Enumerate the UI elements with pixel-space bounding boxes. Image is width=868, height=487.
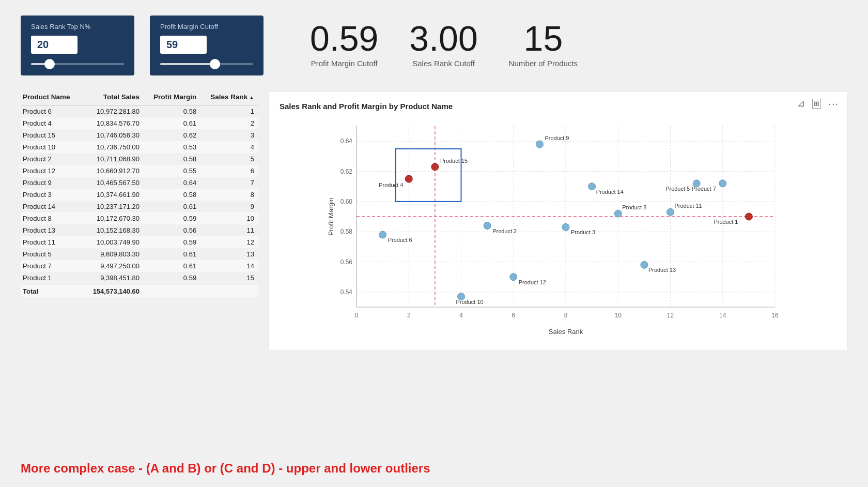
scatter-label: Product 4 <box>379 182 403 188</box>
svg-text:0.60: 0.60 <box>340 198 353 205</box>
sales-rank-slider-thumb[interactable] <box>44 59 55 69</box>
kpi-sales-rank-value: 3.00 <box>409 21 477 56</box>
scatter-point[interactable] <box>588 183 596 190</box>
scatter-point[interactable] <box>431 163 439 171</box>
scatter-point[interactable] <box>667 208 674 216</box>
scatter-point[interactable] <box>484 222 491 230</box>
kpi-num-products: 15 Number of Products <box>509 21 578 68</box>
chart-toolbar: ⊿ ⊞ ··· <box>797 98 839 109</box>
scatter-label: Product 12 <box>519 279 546 285</box>
table-cell: 0.58 <box>144 153 200 165</box>
scatter-label: Product 11 <box>675 203 702 209</box>
scatter-point[interactable] <box>614 210 622 217</box>
scatter-point[interactable] <box>745 213 752 220</box>
table-cell: Product 9 <box>21 177 83 189</box>
table-cell: 10,972,281.80 <box>83 105 144 118</box>
table-cell: 10,374,661.90 <box>83 189 144 201</box>
table-cell: 0.64 <box>144 177 200 189</box>
scatter-point[interactable] <box>536 141 543 148</box>
table-row: Product 19,398,451.800.5915 <box>21 272 258 284</box>
svg-text:Sales Rank: Sales Rank <box>549 328 583 336</box>
table-row: Product 1310,152,168.300.5611 <box>21 224 258 236</box>
more-icon[interactable]: ··· <box>828 98 839 109</box>
svg-text:0.64: 0.64 <box>340 138 353 145</box>
table-cell: 6 <box>200 165 258 177</box>
table-row: Product 59,609,803.300.6113 <box>21 248 258 260</box>
sales-rank-card: Sales Rank Top N% 20 <box>21 16 134 75</box>
table-cell: Product 10 <box>21 141 83 153</box>
svg-text:0.58: 0.58 <box>340 228 353 235</box>
table-cell: 0.61 <box>144 248 200 260</box>
profit-margin-slider-thumb[interactable] <box>210 59 220 69</box>
table-cell: 9,398,451.80 <box>83 272 144 284</box>
table-cell: 1 <box>200 105 258 118</box>
scatter-point[interactable] <box>562 223 569 231</box>
table-cell: Product 6 <box>21 105 83 118</box>
col-sales-rank[interactable]: Sales Rank <box>200 91 258 105</box>
scatter-point[interactable] <box>719 180 726 187</box>
table-cell: Product 13 <box>21 224 83 236</box>
table-row: Product 910,465,567.500.647 <box>21 177 258 189</box>
table-cell: 10,834,576.70 <box>83 117 144 129</box>
scatter-label: Product 13 <box>648 267 676 273</box>
table-cell: 5 <box>200 153 258 165</box>
table-row: Product 1210,660,912.700.556 <box>21 165 258 177</box>
table-cell: 4 <box>200 141 258 153</box>
main-container: Sales Rank Top N% 20 Profit Margin Cutof… <box>0 0 868 487</box>
table-cell: 7 <box>200 177 258 189</box>
table-row: Product 610,972,281.800.581 <box>21 105 258 118</box>
col-product-name[interactable]: Product Name <box>21 91 83 105</box>
svg-text:4: 4 <box>459 312 463 319</box>
chart-title: Sales Rank and Profit Margin by Product … <box>280 102 836 111</box>
kpi-num-products-value: 15 <box>509 21 578 56</box>
table-cell: 0.59 <box>144 212 200 224</box>
kpi-profit-margin-value: 0.59 <box>310 21 378 56</box>
expand-icon[interactable]: ⊞ <box>812 99 821 109</box>
svg-text:Profit Margin: Profit Margin <box>327 197 335 236</box>
svg-text:0.62: 0.62 <box>340 168 353 175</box>
table-cell: 8 <box>200 189 258 201</box>
sales-rank-slider-track[interactable] <box>31 63 124 65</box>
table-cell: 10,711,068.90 <box>83 153 144 165</box>
table-row: Product 810,172,670.300.5910 <box>21 212 258 224</box>
bottom-text: More complex case - (A and B) or (C and … <box>21 461 430 476</box>
content-row: Product Name Total Sales Profit Margin S… <box>21 91 847 351</box>
scatter-chart: 02468101214160.540.560.580.600.620.64Sal… <box>280 116 836 338</box>
data-table: Product Name Total Sales Profit Margin S… <box>21 91 258 297</box>
table-cell: 0.58 <box>144 189 200 201</box>
scatter-label: Product 10 <box>456 299 484 305</box>
col-profit-margin[interactable]: Profit Margin <box>144 91 200 105</box>
scatter-label: Product 9 <box>545 135 569 141</box>
table-cell: 10 <box>200 212 258 224</box>
filter-icon[interactable]: ⊿ <box>797 98 805 109</box>
table-cell: Product 7 <box>21 260 83 272</box>
table-cell: 11 <box>200 224 258 236</box>
profit-margin-slider-track[interactable] <box>160 63 253 65</box>
table-section: Product Name Total Sales Profit Margin S… <box>21 91 258 351</box>
table-cell: 10,736,750.00 <box>83 141 144 153</box>
scatter-point[interactable] <box>510 273 517 281</box>
table-cell: 12 <box>200 236 258 248</box>
svg-text:12: 12 <box>667 312 674 319</box>
kpi-profit-margin-label: Profit Margin Cutoff <box>310 59 378 68</box>
scatter-point[interactable] <box>405 175 412 182</box>
sales-rank-value[interactable]: 20 <box>31 36 78 54</box>
scatter-label: Product 5 <box>665 186 690 192</box>
table-cell: 0.55 <box>144 165 200 177</box>
table-cell: Product 1 <box>21 272 83 284</box>
scatter-point[interactable] <box>379 231 386 238</box>
table-cell: 14 <box>200 260 258 272</box>
table-cell: 10,152,168.30 <box>83 224 144 236</box>
kpi-sales-rank-label: Sales Rank Cutoff <box>409 59 477 68</box>
table-total-cell <box>200 284 258 298</box>
table-total-cell: Total <box>21 284 83 298</box>
table-cell: 9,609,803.30 <box>83 248 144 260</box>
svg-text:6: 6 <box>512 312 515 319</box>
table-row: Product 1410,237,171.200.619 <box>21 201 258 212</box>
col-total-sales[interactable]: Total Sales <box>83 91 144 105</box>
scatter-point[interactable] <box>641 261 648 268</box>
scatter-label: Product 1 <box>714 219 738 225</box>
profit-margin-value[interactable]: 59 <box>160 36 207 54</box>
scatter-label: Product 3 <box>571 229 595 235</box>
table-cell: 3 <box>200 129 258 141</box>
